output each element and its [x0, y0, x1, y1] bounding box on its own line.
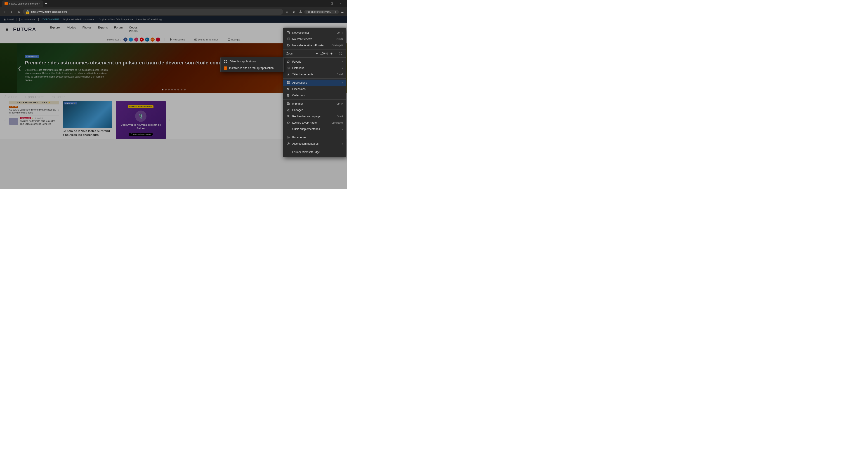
- hero-dot-0[interactable]: [162, 89, 163, 90]
- menu-item-history[interactable]: Historique ›: [283, 65, 346, 71]
- menu-item-more-tools[interactable]: Outils supplémentaires ›: [283, 126, 346, 132]
- menu-item-help[interactable]: Aide et commentaires ›: [283, 140, 346, 147]
- extensions-label: Extensions: [292, 88, 343, 91]
- breaking-tag-1[interactable]: Origine animale du coronavirus: [63, 18, 94, 21]
- youtube-icon[interactable]: ▶: [140, 37, 144, 41]
- svg-rect-23: [226, 60, 227, 61]
- tab-populaires[interactable]: + populaires: [25, 95, 44, 99]
- history-arrow: ›: [342, 67, 343, 69]
- tab-favicon: F: [4, 2, 8, 5]
- edge-menu-button[interactable]: ...: [340, 8, 346, 15]
- news-card-halo[interactable]: SCIENCES ⚡ Le halo de la Voie lactée sur…: [63, 101, 112, 139]
- rss-icon[interactable]: rss: [151, 37, 155, 41]
- address-bar[interactable]: 🔒 https://www.futura-sciences.com: [23, 8, 283, 15]
- home-link[interactable]: Accueil: [4, 18, 17, 21]
- hero-prev-button[interactable]: ❮: [18, 66, 22, 71]
- breaking-tag-3[interactable]: L'eau des WC en dit long: [136, 18, 162, 21]
- divider2: [190, 38, 190, 41]
- twitter-icon[interactable]: t: [129, 37, 133, 41]
- notifications-button[interactable]: Notifications: [169, 38, 185, 41]
- menu-item-new-window[interactable]: Nouvelle fenêtre Ctrl+N: [283, 36, 346, 42]
- zoom-plus-button[interactable]: +: [330, 52, 333, 56]
- facebook-icon[interactable]: f: [123, 37, 127, 41]
- zoom-label: Zoom: [286, 52, 300, 55]
- collections-star-button[interactable]: ★: [291, 8, 297, 15]
- newsletter-button[interactable]: Lettres d'information: [194, 38, 218, 41]
- hero-dot-7[interactable]: [184, 89, 186, 90]
- tab-explorer[interactable]: explorer: [52, 95, 65, 99]
- sync-button[interactable]: Pas en cours de synchronisation ⏸: [304, 10, 339, 13]
- svg-rect-6: [287, 82, 288, 83]
- notifications-label: Notifications: [173, 38, 185, 41]
- restore-button[interactable]: ❐: [327, 0, 336, 7]
- favorites-star-button[interactable]: ☆: [284, 8, 290, 15]
- new-tab-button[interactable]: +: [43, 2, 49, 6]
- nav-videos[interactable]: Vidéos: [67, 25, 76, 34]
- refresh-button[interactable]: ↻: [16, 8, 22, 15]
- help-label: Aide et commentaires: [292, 142, 339, 145]
- menu-item-downloads[interactable]: Téléchargements Ctrl+J: [283, 71, 346, 77]
- menu-item-extensions[interactable]: Extensions: [283, 86, 346, 92]
- instagram-icon[interactable]: i: [134, 37, 138, 41]
- menu-item-new-tab[interactable]: Nouvel onglet Ctrl+T: [283, 30, 346, 36]
- menu-item-share[interactable]: Partager: [283, 107, 346, 113]
- nav-experts[interactable]: Experts: [98, 25, 108, 34]
- podcast-content: CHASSEURS DE SCIENCE 🎙️ Découvrez le nou…: [116, 101, 166, 138]
- nav-explorer[interactable]: Explorer: [50, 25, 61, 34]
- submenu-install-site[interactable]: F Installer ce site en tant qu'applicati…: [221, 65, 283, 71]
- flash-icon: ⚡: [32, 117, 34, 119]
- downloads-shortcut: Ctrl+J: [337, 73, 343, 76]
- breaking-tag-0[interactable]: #CORONAVIRUS: [41, 18, 59, 21]
- svg-rect-8: [287, 83, 288, 84]
- podcast-brand: CHASSEURS DE SCIENCE: [128, 105, 153, 108]
- menu-item-find[interactable]: Rechercher sur la page Ctrl+F: [283, 113, 346, 120]
- forward-button[interactable]: ›: [8, 8, 15, 15]
- shop-button[interactable]: Boutique: [228, 38, 240, 41]
- read-aloud-icon: [286, 121, 290, 125]
- svg-rect-9: [288, 83, 289, 84]
- menu-item-close-edge[interactable]: Fermer Microsoft Edge: [283, 149, 346, 155]
- settings-label: Paramètres: [292, 136, 343, 139]
- news-next-button[interactable]: ›: [169, 118, 170, 122]
- help-arrow: ›: [342, 143, 343, 145]
- linkedin-icon[interactable]: in: [145, 37, 149, 41]
- hamburger-menu[interactable]: ☰: [5, 27, 8, 32]
- tab-close-button[interactable]: ×: [39, 2, 40, 5]
- nav-forum[interactable]: Forum: [114, 25, 123, 34]
- submenu-manage-apps[interactable]: Gérer les applications: [221, 58, 283, 65]
- menu-item-read-aloud[interactable]: Lecture à voix haute Ctrl+Maj+U: [283, 120, 346, 126]
- zoom-fullscreen-button[interactable]: ⛶: [338, 52, 343, 55]
- nav-photos[interactable]: Photos: [82, 25, 91, 34]
- menu-item-collections[interactable]: Collections: [283, 92, 346, 99]
- menu-item-favorites[interactable]: Favoris ›: [283, 59, 346, 65]
- nav-codes-promo[interactable]: Codes Promo: [129, 25, 138, 34]
- hero-dot-1[interactable]: [165, 89, 166, 90]
- breaking-tag-2[interactable]: L'origine du Sars-CoV-2 se précise: [98, 18, 133, 21]
- hero-dot-4[interactable]: [174, 89, 176, 90]
- apple-podcasts-button[interactable]: 🎵 Listen on Apple Podcasts: [129, 133, 153, 136]
- menu-item-applications[interactable]: Applications ›: [283, 80, 346, 86]
- active-tab[interactable]: F Futura, Explorer le monde ×: [2, 0, 43, 7]
- zoom-controls: − 100 % + ✓ ⛶: [315, 52, 343, 56]
- favorites-arrow: ›: [342, 61, 343, 63]
- menu-item-settings[interactable]: Paramètres: [283, 134, 346, 140]
- news-item-0[interactable]: IL Y A 4 H Ce soir, la Lune sera discrèt…: [9, 104, 59, 116]
- back-button[interactable]: ‹: [1, 8, 8, 15]
- hero-dot-6[interactable]: [181, 89, 182, 90]
- tab-a-la-une[interactable]: à la une: [4, 95, 18, 99]
- news-item-1[interactable]: ACTUALITÉ ⚡ IL Y A 4 H Voici les traitem…: [9, 116, 59, 127]
- news-prev-button[interactable]: ‹: [4, 118, 6, 122]
- zoom-confirm-button[interactable]: ✓: [335, 52, 337, 55]
- applications-arrow: ›: [342, 82, 343, 84]
- hero-dot-3[interactable]: [171, 89, 173, 90]
- hero-dot-5[interactable]: [178, 89, 179, 90]
- minimize-button[interactable]: —: [318, 0, 327, 7]
- close-button[interactable]: ×: [336, 0, 345, 7]
- flipboard-icon[interactable]: f: [156, 37, 160, 41]
- profile-button[interactable]: [298, 8, 304, 15]
- zoom-minus-button[interactable]: −: [315, 52, 318, 56]
- hero-dot-2[interactable]: [168, 89, 170, 90]
- podcast-card[interactable]: CHASSEURS DE SCIENCE 🎙️ Découvrez le nou…: [116, 101, 166, 139]
- menu-item-inprivate[interactable]: Nouvelle fenêtre InPrivate Ctrl+Maj+N: [283, 42, 346, 49]
- menu-item-print[interactable]: Imprimer Ctrl+P: [283, 101, 346, 107]
